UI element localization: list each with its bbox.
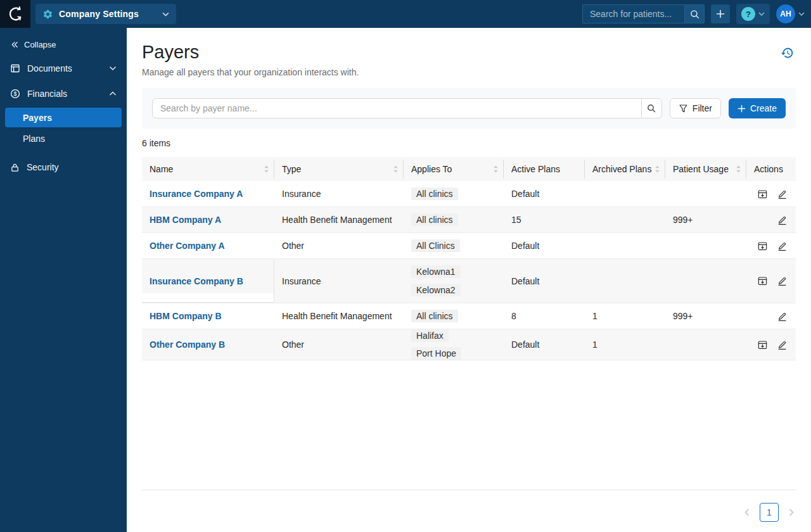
archived-plans-value bbox=[585, 207, 665, 232]
actions-cell bbox=[746, 259, 796, 303]
sidebar-item-payers[interactable]: Payers bbox=[5, 108, 122, 127]
archive-icon bbox=[757, 339, 768, 350]
applies-to-cell: All clinics bbox=[404, 207, 504, 232]
sidebar-item-plans[interactable]: Plans bbox=[5, 129, 122, 148]
actions-cell bbox=[746, 233, 796, 258]
payer-name-link[interactable]: Insurance Company B bbox=[150, 276, 243, 286]
filter-label: Filter bbox=[693, 103, 712, 113]
collapse-sidebar-button[interactable]: Collapse bbox=[0, 33, 127, 56]
sort-icon bbox=[264, 165, 269, 174]
column-label: Applies To bbox=[411, 164, 452, 174]
sort-icon bbox=[493, 165, 499, 174]
column-label: Actions bbox=[754, 164, 783, 174]
payer-name-cell: HBM Company B bbox=[142, 303, 274, 329]
payer-name-link[interactable]: Other Company B bbox=[150, 339, 225, 350]
applies-to-cell: Kelowna1Kelowna2 bbox=[404, 259, 504, 303]
payer-name-link[interactable]: Insurance Company A bbox=[150, 189, 243, 199]
edit-pencil-icon bbox=[777, 339, 788, 350]
avatar: AH bbox=[776, 4, 795, 23]
active-plans-value: Default bbox=[504, 329, 585, 360]
page-1-button[interactable]: 1 bbox=[760, 503, 779, 522]
column-header-applies-to[interactable]: Applies To bbox=[404, 157, 504, 181]
sidebar-item-security[interactable]: Security bbox=[0, 155, 127, 180]
chevron-down-icon bbox=[758, 12, 765, 16]
actions-cell bbox=[746, 303, 796, 329]
edit-pencil-icon bbox=[777, 241, 788, 251]
history-button[interactable] bbox=[779, 44, 796, 63]
chevron-down-icon bbox=[162, 12, 169, 16]
help-menu-button[interactable]: ? bbox=[736, 4, 770, 24]
svg-text:$: $ bbox=[13, 91, 16, 97]
payer-name-link[interactable]: HBM Company A bbox=[150, 215, 221, 225]
user-menu-button[interactable]: AH bbox=[776, 4, 805, 23]
edit-payer-button[interactable] bbox=[777, 276, 788, 286]
main-content: Payers Manage all payers that your organ… bbox=[127, 28, 811, 532]
company-settings-dropdown[interactable]: Company Settings bbox=[35, 4, 176, 24]
sort-icon bbox=[393, 165, 399, 174]
double-chevron-left-icon bbox=[10, 41, 18, 49]
sidebar-item-label: Payers bbox=[23, 113, 52, 123]
payer-search bbox=[152, 98, 662, 118]
previous-page-button[interactable] bbox=[743, 508, 751, 517]
payer-row: Other Company BOtherHalifaxPort HopeDefa… bbox=[142, 329, 796, 360]
financials-icon: $ bbox=[10, 89, 20, 99]
pagination: 1 bbox=[142, 490, 796, 532]
edit-payer-button[interactable] bbox=[777, 311, 788, 322]
edit-payer-button[interactable] bbox=[777, 215, 788, 225]
payer-name-link[interactable]: HBM Company B bbox=[150, 311, 222, 321]
archived-plans-value bbox=[585, 259, 665, 303]
chevron-down-icon bbox=[798, 12, 805, 16]
column-header-patient-usage[interactable]: Patient Usage bbox=[665, 157, 746, 181]
create-label: Create bbox=[750, 103, 777, 113]
sidebar-item-label: Plans bbox=[23, 134, 45, 144]
edit-payer-button[interactable] bbox=[777, 339, 788, 350]
sidebar: Collapse Documents $ Financials Payers P… bbox=[0, 28, 127, 532]
payer-type: Other bbox=[274, 329, 404, 360]
column-label: Archived Plans bbox=[592, 164, 651, 174]
filter-button[interactable]: Filter bbox=[670, 98, 721, 118]
actions-cell bbox=[746, 181, 796, 206]
edit-pencil-icon bbox=[777, 311, 788, 322]
archive-payer-button[interactable] bbox=[757, 276, 768, 286]
payer-name-link[interactable]: Other Company A bbox=[150, 241, 225, 251]
column-header-name[interactable]: Name bbox=[142, 157, 274, 181]
archived-plans-value bbox=[585, 233, 665, 258]
payer-search-input[interactable] bbox=[152, 98, 642, 118]
edit-payer-button[interactable] bbox=[777, 189, 788, 200]
sort-icon bbox=[736, 165, 741, 174]
patient-usage-value: 999+ bbox=[665, 207, 746, 232]
sidebar-item-financials[interactable]: $ Financials bbox=[0, 81, 127, 106]
edit-payer-button[interactable] bbox=[777, 241, 788, 251]
create-payer-button[interactable]: Create bbox=[729, 98, 786, 118]
chevron-right-icon bbox=[787, 508, 796, 517]
payer-search-button[interactable] bbox=[641, 98, 662, 118]
archive-payer-button[interactable] bbox=[757, 339, 768, 350]
sort-icon bbox=[655, 165, 660, 174]
patient-usage-value bbox=[665, 233, 746, 258]
payer-type: Health Benefit Management bbox=[274, 207, 404, 232]
column-header-archived-plans[interactable]: Archived Plans bbox=[585, 157, 665, 181]
patient-usage-value bbox=[665, 259, 746, 303]
chevron-up-icon bbox=[109, 91, 117, 96]
patient-usage-value bbox=[665, 181, 746, 206]
table-footer: 1 bbox=[142, 490, 796, 532]
active-plans-value: Default bbox=[504, 181, 585, 206]
sidebar-item-documents[interactable]: Documents bbox=[0, 56, 127, 81]
actions-cell bbox=[746, 329, 796, 360]
payer-name-cell: Other Company A bbox=[142, 233, 274, 258]
archive-payer-button[interactable] bbox=[757, 189, 768, 200]
archive-payer-button[interactable] bbox=[757, 241, 768, 251]
column-header-type[interactable]: Type bbox=[274, 157, 404, 181]
patient-search-input[interactable] bbox=[582, 4, 684, 23]
payer-row: HBM Company AHealth Benefit ManagementAl… bbox=[142, 207, 796, 233]
quick-add-button[interactable] bbox=[711, 4, 730, 23]
patient-search-button[interactable] bbox=[684, 4, 705, 23]
payer-name-cell: Insurance Company A bbox=[142, 181, 274, 206]
payer-name-cell: Other Company B bbox=[142, 329, 274, 360]
app-logo[interactable] bbox=[0, 0, 30, 28]
payer-row: HBM Company BHealth Benefit ManagementAl… bbox=[142, 303, 796, 329]
next-page-button[interactable] bbox=[787, 508, 796, 517]
payer-name-cell: HBM Company A bbox=[142, 207, 274, 232]
active-plans-value: Default bbox=[504, 259, 585, 303]
clinic-chip: Kelowna1 bbox=[411, 265, 461, 278]
